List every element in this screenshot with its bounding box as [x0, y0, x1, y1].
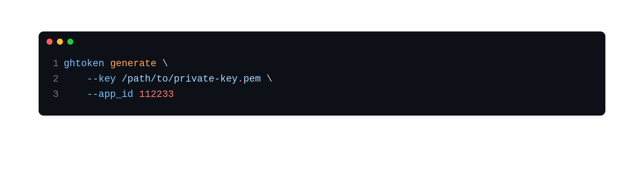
- code-block[interactable]: 1ghtoken generate \ 2 --key /path/to/pri…: [39, 48, 605, 116]
- continuation-token: \: [162, 56, 168, 72]
- space: [156, 56, 162, 72]
- space: [261, 72, 267, 87]
- indent: [64, 72, 87, 87]
- path-ext-token: pem: [243, 72, 261, 87]
- flag-token: --key: [87, 72, 116, 87]
- line-number: 3: [47, 87, 59, 102]
- terminal-window: 1ghtoken generate \ 2 --key /path/to/pri…: [39, 31, 605, 116]
- command-token: ghtoken: [64, 56, 104, 72]
- path-token: /path/to/private-key: [122, 72, 238, 87]
- subcommand-token: generate: [110, 56, 157, 72]
- continuation-token: \: [267, 72, 272, 87]
- code-line: 2 --key /path/to/private-key.pem \: [47, 72, 597, 87]
- code-line: 3 --app_id 112233: [47, 87, 597, 102]
- line-number: 1: [47, 56, 59, 72]
- number-token: 112233: [139, 87, 174, 102]
- space: [116, 72, 122, 87]
- space: [133, 87, 139, 102]
- maximize-icon[interactable]: [67, 39, 73, 45]
- flag-token: --app_id: [87, 87, 133, 102]
- indent: [64, 87, 87, 102]
- minimize-icon[interactable]: [57, 39, 63, 45]
- space: [104, 56, 110, 72]
- window-titlebar: [39, 31, 605, 48]
- close-icon[interactable]: [47, 39, 53, 45]
- dot-token: .: [238, 72, 243, 87]
- code-line: 1ghtoken generate \: [47, 56, 597, 72]
- line-number: 2: [47, 72, 59, 87]
